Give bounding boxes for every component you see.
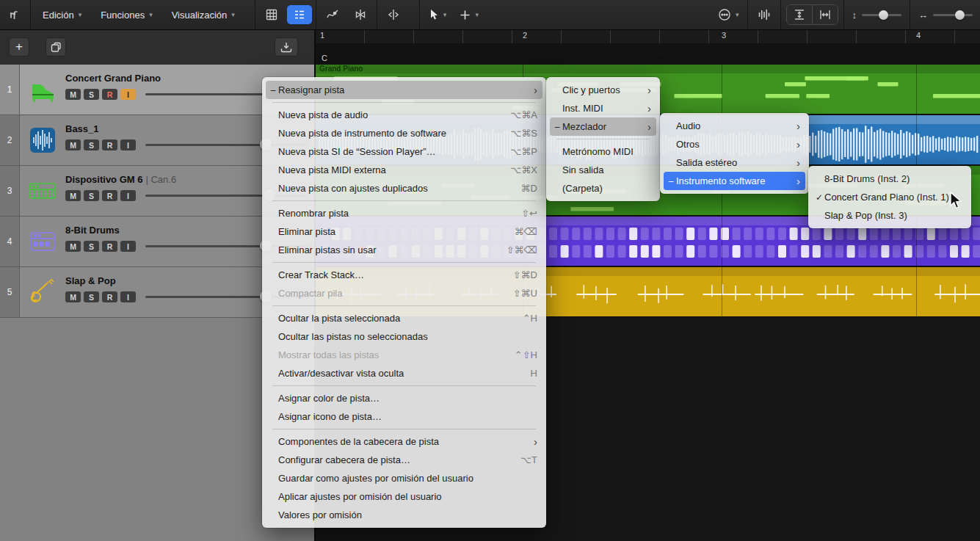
automation-draw-icon[interactable]	[320, 5, 345, 24]
menu-item[interactable]: Crear Track Stack…⇧⌘D	[266, 266, 542, 284]
mute-button[interactable]: M	[65, 139, 81, 150]
menu-item[interactable]: Aplicar ajustes por omisión del usuario	[266, 487, 542, 506]
input-monitor-button[interactable]: I	[120, 241, 136, 252]
menu-shortcut: ⇧↩	[521, 208, 537, 219]
back-arrow-icon[interactable]	[1, 5, 26, 24]
dash-state-icon: –	[552, 122, 562, 132]
vertical-zoom-knob[interactable]	[879, 10, 888, 20]
menu-item[interactable]: Nueva pista con ajustes duplicados⌘D	[266, 179, 542, 197]
menu-item-label: Eliminar pista	[278, 226, 509, 237]
menu-item[interactable]: Ocultar las pistas no seleccionadas	[266, 327, 542, 346]
record-enable-button[interactable]: R	[102, 241, 117, 252]
track-number: 4	[0, 217, 20, 266]
menu-item[interactable]: Audio›	[664, 117, 805, 135]
solo-button[interactable]: S	[84, 291, 99, 302]
record-enable-button[interactable]: R	[102, 89, 117, 100]
functions-menu-button[interactable]: Funciones ▾	[91, 0, 162, 29]
menu-item[interactable]: Configurar cabecera de pista…⌥T	[266, 451, 542, 469]
menu-item[interactable]: Asignar icono de pista…	[266, 407, 542, 426]
menu-item-label: Ocultar las pistas no seleccionadas	[278, 331, 537, 342]
input-monitor-button[interactable]: I	[120, 190, 136, 201]
secondary-ruler[interactable]: C	[316, 43, 980, 65]
dash-state-icon: –	[268, 85, 278, 95]
menu-item[interactable]: –Reasignar pista›	[266, 81, 542, 99]
horizontal-zoom-knob[interactable]	[955, 10, 965, 20]
menu-item[interactable]: Nueva pista MIDI externa⌥⌘X	[266, 161, 542, 179]
add-track-button[interactable]: +	[9, 37, 29, 57]
menu-item[interactable]: Inst. MIDI›	[550, 99, 656, 117]
toolbar-divider	[316, 0, 316, 29]
menu-item-label: Renombrar pista	[278, 208, 515, 219]
record-enable-button[interactable]: R	[102, 291, 117, 302]
mute-button[interactable]: M	[65, 190, 81, 201]
menu-item[interactable]: Nueva pista de instrumento de software⌥⌘…	[266, 124, 542, 142]
menu-item[interactable]: Renombrar pista⇧↩	[266, 204, 542, 222]
vertical-auto-zoom-icon[interactable]	[787, 5, 812, 24]
flex-icon[interactable]	[348, 5, 373, 24]
menu-item-label: Salida estéreo	[676, 157, 789, 168]
split-region-icon[interactable]	[381, 5, 406, 24]
edit-menu-button[interactable]: Edición ▾	[33, 0, 91, 29]
menu-item[interactable]: Metrónomo MIDI	[550, 142, 656, 161]
menu-item[interactable]: 8-Bit Drums (Inst. 2)	[812, 170, 968, 188]
menu-item[interactable]: Guardar como ajustes por omisión del usu…	[266, 469, 542, 487]
crosshair-tool-dropdown[interactable]: ▾	[453, 0, 485, 29]
menu-item[interactable]: Eliminar pista⌘⌫	[266, 222, 542, 241]
grid-view-icon[interactable]	[259, 5, 284, 24]
solo-button[interactable]: S	[84, 139, 99, 150]
timeline-marker: C	[322, 54, 327, 62]
menu-item[interactable]: ✓Concert Grand Piano (Inst. 1)	[812, 188, 968, 206]
bar-ruler[interactable]: 1234	[316, 29, 980, 44]
solo-button[interactable]: S	[84, 241, 99, 252]
midi-status-dropdown[interactable]: ▾	[712, 0, 745, 29]
input-monitor-button[interactable]: I	[120, 291, 136, 302]
bar-number: 2	[523, 31, 527, 40]
menu-item[interactable]: Clic y puertos›	[550, 81, 656, 99]
menu-item[interactable]: Componentes de la cabecera de pista›	[266, 432, 542, 451]
mute-button[interactable]: M	[65, 241, 81, 252]
menu-item[interactable]: Valores por omisión	[266, 506, 542, 524]
horizontal-zoom-slider[interactable]	[933, 14, 973, 16]
region-label: Grand Piano	[319, 65, 363, 73]
chevron-down-icon: ▾	[736, 11, 739, 18]
duplicate-track-button[interactable]	[46, 37, 66, 57]
menu-item-label: Componentes de la cabecera de pista	[278, 436, 526, 447]
menu-item-label: Audio	[676, 120, 789, 131]
record-enable-button[interactable]: R	[102, 139, 117, 150]
menu-item-label: Configurar cabecera de pista…	[278, 454, 515, 465]
menu-item[interactable]: Otros›	[664, 135, 805, 153]
menu-item[interactable]: Nueva pista SI de “Session Player”…⌥⌘P	[266, 142, 542, 161]
solo-button[interactable]: S	[84, 190, 99, 201]
menu-item-label: Crear Track Stack…	[278, 269, 507, 280]
menu-item[interactable]: Ocultar la pista seleccionada⌃H	[266, 309, 542, 327]
menu-item[interactable]: Activar/desactivar vista ocultaH	[266, 364, 542, 382]
pointer-tool-dropdown[interactable]: ▾	[422, 0, 454, 29]
hide-track-header-button[interactable]	[275, 37, 298, 57]
menu-item[interactable]: –Instrumento software›	[664, 172, 805, 190]
menu-item[interactable]: Slap & Pop (Inst. 3)	[812, 206, 968, 225]
menu-item[interactable]: Sin salida	[550, 161, 656, 179]
menu-item[interactable]: Nueva pista de audio⌥⌘A	[266, 106, 542, 124]
menu-item-label: Guardar como ajustes por omisión del usu…	[278, 473, 537, 484]
menu-item[interactable]: Salida estéreo›	[664, 153, 805, 172]
waveform-zoom-icon[interactable]	[752, 5, 777, 24]
view-menu-button[interactable]: Visualización ▾	[162, 0, 244, 29]
menu-separator	[272, 102, 536, 103]
record-enable-button[interactable]: R	[102, 190, 117, 201]
input-monitor-button[interactable]: I	[120, 139, 136, 150]
menu-item[interactable]: –Mezclador›	[550, 117, 656, 136]
menu-item[interactable]: Asignar color de pista…	[266, 389, 542, 407]
horizontal-auto-zoom-icon[interactable]	[812, 5, 838, 24]
vertical-zoom-slider[interactable]	[862, 14, 901, 16]
list-view-icon[interactable]	[287, 5, 312, 24]
mute-button[interactable]: M	[65, 291, 81, 302]
menu-item[interactable]: (Carpeta)	[550, 179, 656, 197]
track-number: 2	[0, 115, 20, 165]
mute-button[interactable]: M	[65, 89, 81, 100]
menu-shortcut: ⌥⌘A	[510, 109, 537, 120]
solo-button[interactable]: S	[84, 89, 99, 100]
menu-item-label: 8-Bit Drums (Inst. 2)	[824, 173, 962, 184]
menu-item[interactable]: Eliminar pistas sin usar⇧⌘⌫	[266, 241, 542, 259]
menu-item-label: Asignar color de pista…	[278, 393, 537, 404]
input-monitor-button[interactable]: I	[120, 89, 136, 100]
